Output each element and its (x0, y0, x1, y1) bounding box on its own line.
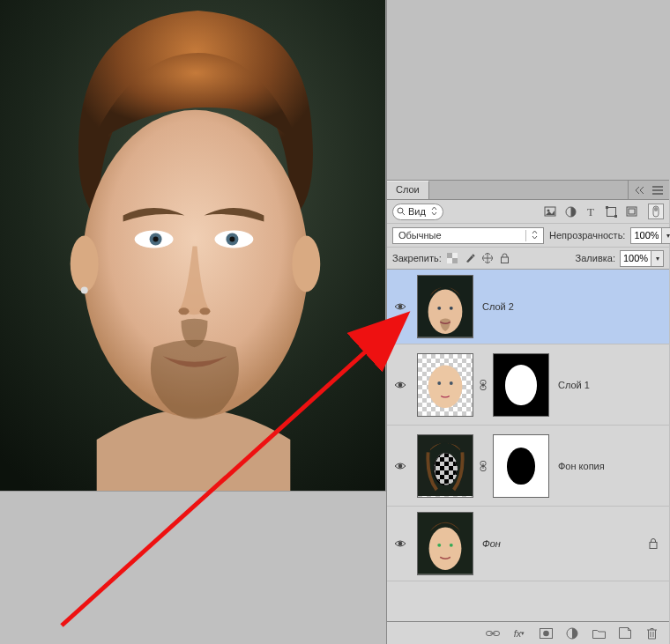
trash-icon[interactable] (644, 626, 659, 640)
visibility-eye-icon[interactable] (394, 302, 406, 311)
layer-row[interactable]: Слой 1 (387, 344, 669, 426)
svg-point-71 (398, 542, 403, 546)
lock-pixels-icon[interactable] (464, 252, 476, 264)
svg-point-36 (398, 382, 403, 387)
canvas-image (0, 0, 385, 491)
visibility-eye-icon[interactable] (394, 381, 406, 389)
lock-label: Закрепить: (392, 253, 442, 263)
svg-rect-25 (654, 207, 658, 211)
svg-rect-28 (452, 253, 458, 258)
svg-rect-30 (502, 257, 509, 263)
tabbar-spacer (429, 181, 628, 199)
layers-panel: Слои Вид T (386, 180, 669, 644)
svg-rect-23 (629, 209, 635, 214)
opacity-label: Непрозрачность: (549, 230, 625, 241)
mask-link-icon[interactable] (479, 461, 488, 471)
chevron-updown-icon (431, 206, 437, 218)
svg-line-14 (402, 212, 405, 215)
layer-thumbnail[interactable] (417, 434, 473, 498)
svg-point-31 (398, 305, 403, 309)
layers-tab[interactable]: Слои (387, 181, 429, 199)
layer-thumbnail[interactable] (417, 275, 473, 338)
panel-tabbar: Слои (387, 181, 669, 200)
document-canvas[interactable] (0, 0, 386, 492)
add-mask-icon[interactable] (539, 626, 553, 640)
opacity-input-group: ▾ (630, 227, 670, 244)
layer-name-label[interactable]: Фон копия (549, 461, 605, 471)
layer-list: Слой 2 (387, 270, 669, 621)
svg-point-81 (543, 630, 549, 636)
svg-rect-26 (447, 253, 452, 258)
workspace-background (386, 0, 669, 180)
layers-panel-footer: fx▾ (387, 621, 669, 644)
layer-thumbnail[interactable] (417, 512, 473, 575)
filter-shape-icon[interactable] (605, 205, 617, 218)
layer-name-label[interactable]: Слой 1 (549, 380, 590, 390)
svg-rect-76 (650, 542, 657, 548)
svg-point-39 (450, 381, 453, 385)
svg-rect-27 (452, 258, 458, 263)
blend-opacity-row: Обычные Непрозрачность: ▾ (387, 224, 669, 248)
panel-menu-buttons (628, 181, 669, 199)
collapse-icon[interactable] (634, 184, 646, 196)
fill-input-group: ▾ (620, 250, 664, 267)
mask-link-icon[interactable] (479, 380, 488, 390)
filter-adjust-icon[interactable] (564, 205, 577, 218)
layer-name-label[interactable]: Фон (473, 538, 501, 549)
filter-pixel-icon[interactable] (544, 205, 556, 218)
svg-point-75 (450, 544, 453, 547)
layer-name-label[interactable]: Слой 2 (473, 301, 514, 312)
filter-toggle-switch[interactable] (648, 204, 664, 219)
svg-rect-20 (606, 206, 608, 209)
filter-button-group: T (544, 205, 637, 218)
svg-rect-21 (614, 215, 617, 218)
layer-row[interactable]: Фон (387, 507, 669, 581)
svg-point-38 (437, 381, 441, 385)
svg-point-35 (450, 307, 453, 310)
lock-all-icon[interactable] (499, 252, 511, 264)
canvas-pasteboard (0, 492, 388, 644)
layer-row[interactable]: Фон копия (387, 426, 669, 507)
svg-point-34 (437, 307, 441, 310)
opacity-input[interactable] (630, 227, 662, 244)
svg-point-74 (437, 544, 441, 547)
svg-point-8 (179, 307, 190, 315)
visibility-eye-icon[interactable] (394, 462, 406, 470)
layer-row[interactable]: Слой 2 (387, 270, 669, 344)
svg-point-43 (398, 463, 403, 468)
filter-type-icon[interactable]: T (584, 205, 597, 218)
app-root: { "panel": { "title": "Слои", "search_la… (0, 0, 670, 644)
layer-filter-select[interactable]: Вид (392, 204, 443, 220)
fill-input[interactable] (620, 250, 651, 267)
fx-icon[interactable]: fx▾ (512, 626, 526, 640)
lock-transparency-icon[interactable] (446, 252, 458, 264)
blend-mode-select[interactable]: Обычные (392, 227, 544, 244)
svg-point-10 (71, 236, 99, 292)
blend-mode-value: Обычные (398, 230, 442, 241)
new-group-icon[interactable] (592, 626, 606, 640)
layer-mask-thumbnail[interactable] (493, 353, 549, 417)
panel-menu-icon[interactable] (651, 184, 664, 196)
fill-dropdown-button[interactable]: ▾ (651, 250, 664, 267)
svg-point-73 (429, 527, 462, 569)
visibility-eye-icon[interactable] (394, 539, 406, 548)
svg-point-6 (153, 237, 159, 242)
svg-point-7 (229, 237, 234, 242)
svg-text:T: T (587, 206, 594, 217)
layer-thumbnail[interactable] (417, 353, 473, 417)
layer-mask-thumbnail[interactable] (493, 434, 549, 498)
opacity-dropdown-button[interactable]: ▾ (662, 227, 670, 244)
svg-point-13 (398, 208, 403, 213)
link-layers-icon[interactable] (486, 626, 500, 640)
lock-icon (648, 537, 659, 551)
filter-smart-icon[interactable] (625, 205, 637, 218)
svg-point-11 (292, 236, 320, 292)
new-layer-icon[interactable] (618, 626, 632, 640)
lock-position-icon[interactable] (481, 252, 494, 264)
adjustment-layer-icon[interactable] (565, 626, 579, 640)
fill-label: Заливка: (576, 253, 615, 263)
svg-rect-29 (447, 258, 452, 263)
lock-fill-row: Закрепить: Заливка: ▾ (387, 248, 669, 270)
svg-point-12 (81, 286, 88, 293)
layer-filter-row: Вид T (387, 200, 669, 224)
